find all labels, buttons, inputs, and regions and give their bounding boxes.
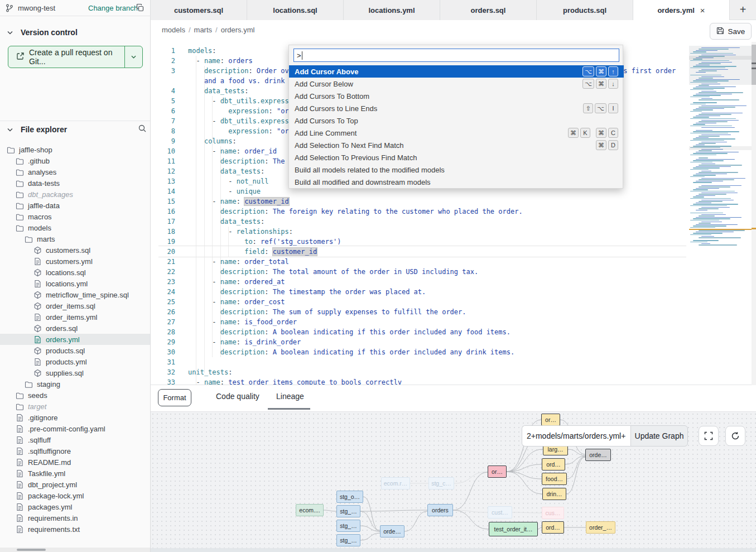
editor-vertical-scrollbar[interactable] [752, 42, 756, 385]
create-pr-button[interactable]: Create a pull request on Git... [8, 46, 143, 68]
tree-item-order-items.sql[interactable]: order_items.sql [0, 300, 150, 311]
lineage-node-or[interactable]: or… [541, 414, 560, 426]
code-line-25[interactable]: 25 - name: order_cost [151, 297, 753, 307]
code-line-15[interactable]: 15 - name: customer_id [151, 196, 753, 207]
scrollbar-thumb[interactable] [752, 45, 756, 85]
code-line-26[interactable]: 26 description: The sum of supply expens… [151, 307, 753, 317]
tree-item-jaffle-data[interactable]: jaffle-data [0, 200, 150, 211]
refresh-button[interactable] [725, 426, 745, 446]
tree-item-locations.sql[interactable]: locations.sql [0, 267, 150, 278]
code-line-28[interactable]: 28 description: A boolean indicating if … [151, 327, 753, 337]
code-line-27[interactable]: 27 - name: is_food_order [151, 317, 753, 327]
tree-item-products.sql[interactable]: products.sql [0, 345, 150, 356]
palette-item-add-selection-to-next-find-match[interactable]: Add Selection To Next Find Match⌘D [289, 139, 624, 151]
lineage-filter-input[interactable] [522, 425, 630, 447]
palette-item-build-all-modified-and-downstream-models[interactable]: Build all modified and downstream models [289, 176, 624, 188]
tree-item-orders.yml[interactable]: orders.yml [0, 334, 150, 345]
lineage-node-stg_[interactable]: stg_… [336, 534, 360, 546]
version-control-header[interactable]: Version control [7, 28, 78, 37]
lineage-node-or[interactable]: or… [488, 465, 507, 478]
lineage-node-ord[interactable]: ord… [542, 521, 564, 534]
tree-item-taskfile.yml[interactable]: Taskfile.yml [0, 468, 150, 479]
search-icon[interactable] [138, 124, 147, 135]
tab-products.sql[interactable]: products.sql [537, 0, 633, 20]
tree-item-products.yml[interactable]: products.yml [0, 356, 150, 367]
tab-customers.sql[interactable]: customers.sql [151, 0, 247, 20]
lineage-node-orders[interactable]: orders [427, 504, 453, 516]
code-line-18[interactable]: 18 - relationships: [151, 227, 753, 237]
scrollbar-thumb[interactable] [17, 549, 46, 551]
palette-item-add-cursors-to-bottom[interactable]: Add Cursors To Bottom [289, 90, 624, 102]
tree-item-readme.md[interactable]: README.md [0, 457, 150, 468]
tree-item-.sqlfluffignore[interactable]: .sqlfluffignore [0, 445, 150, 457]
tree-item-jaffle-shop[interactable]: jaffle-shop [0, 144, 150, 155]
tree-item-macros[interactable]: macros [0, 211, 150, 222]
lineage-node-drin[interactable]: drin… [542, 488, 566, 500]
tree-item-requirements.in[interactable]: requirements.in [0, 512, 150, 524]
code-line-24[interactable]: 24 description: The timestamp the order … [151, 287, 753, 297]
save-button[interactable]: Save [710, 23, 752, 40]
copy-icon[interactable] [136, 3, 145, 15]
tree-item-requirements.txt[interactable]: requirements.txt [0, 524, 150, 535]
lineage-node-order_[interactable]: order_… [586, 521, 615, 534]
tree-item-customers.sql[interactable]: customers.sql [0, 244, 150, 256]
code-line-23[interactable]: 23 - name: ordered_at [151, 277, 753, 287]
fullscreen-button[interactable] [699, 426, 719, 446]
lineage-node-stg_o[interactable]: stg_o… [336, 491, 363, 503]
lineage-node-ecom[interactable]: ecom.... [296, 504, 324, 516]
change-branch-link[interactable]: Change branch [88, 4, 138, 12]
code-line-31[interactable]: 31 [151, 357, 753, 367]
code-line-33[interactable]: 33 - name: test_order_items_compute_to_b… [151, 377, 753, 385]
lineage-node-stg_c[interactable]: stg_c… [428, 477, 454, 489]
lineage-node-stg_[interactable]: stg_… [336, 520, 360, 532]
tree-item-marts[interactable]: marts [0, 233, 150, 244]
lineage-node-food[interactable]: food… [542, 473, 567, 485]
tab-code-quality[interactable]: Code quality [216, 392, 259, 401]
palette-item-add-cursor-below[interactable]: Add Cursor Below⌥⌘↓ [289, 78, 624, 90]
tree-item-order-items.yml[interactable]: order_items.yml [0, 311, 150, 323]
tree-item-seeds[interactable]: seeds [0, 390, 150, 401]
palette-item-build-all-models-related-to-the-modified-models[interactable]: Build all models related to the modified… [289, 164, 624, 176]
lineage-node-orde[interactable]: orde… [585, 449, 611, 461]
tree-item-dbt-project.yml[interactable]: dbt_project.yml [0, 479, 150, 490]
palette-item-add-cursors-to-line-ends[interactable]: Add Cursors to Line Ends⇧⌥I [289, 102, 624, 114]
code-line-19[interactable]: 19 to: ref('stg_customers') [151, 237, 753, 247]
tree-item-package-lock.yml[interactable]: package-lock.yml [0, 490, 150, 501]
palette-item-add-cursors-to-top[interactable]: Add Cursors To Top [289, 114, 624, 127]
tree-item-.sqlfluff[interactable]: .sqlfluff [0, 434, 150, 445]
tab-lineage[interactable]: Lineage [276, 392, 304, 401]
tree-item-orders.sql[interactable]: orders.sql [0, 323, 150, 334]
update-graph-button[interactable]: Update Graph [630, 425, 688, 447]
breadcrumb-marts[interactable]: marts [194, 26, 213, 34]
tree-item-data-tests[interactable]: data-tests [0, 177, 150, 189]
tree-item-locations.yml[interactable]: locations.yml [0, 278, 150, 289]
code-line-17[interactable]: 17 data_tests: [151, 217, 753, 227]
tree-item-models[interactable]: models [0, 222, 150, 233]
tree-item-staging[interactable]: staging [0, 378, 150, 390]
lineage-node-cust[interactable]: cust… [488, 506, 512, 519]
format-button[interactable]: Format [158, 389, 191, 406]
file-explorer-header[interactable]: File explorer [7, 125, 67, 134]
new-tab-button[interactable]: + [730, 0, 756, 20]
code-line-20[interactable]: 20 field: customer_id [151, 247, 753, 257]
tree-item-.gitignore[interactable]: .gitignore [0, 412, 150, 423]
tree-item-packages.yml[interactable]: packages.yml [0, 501, 150, 512]
tree-item-supplies.sql[interactable]: supplies.sql [0, 367, 150, 378]
code-line-22[interactable]: 22 description: The total amount of the … [151, 267, 753, 277]
tab-orders.sql[interactable]: orders.sql [440, 0, 537, 20]
command-palette-input[interactable]: > [293, 49, 619, 62]
lineage-node-test_order_it[interactable]: test_order_it… [489, 522, 538, 536]
code-line-30[interactable]: 30 description: A boolean indicating if … [151, 347, 753, 357]
code-line-29[interactable]: 29 - name: is_drink_order [151, 337, 753, 347]
tree-item-target[interactable]: target [0, 401, 150, 412]
tree-item-analyses[interactable]: analyses [0, 166, 150, 177]
tree-item-metricflow-time-spine.sql[interactable]: metricflow_time_spine.sql [0, 289, 150, 300]
lineage-node-cus[interactable]: cus… [542, 507, 564, 519]
code-line-16[interactable]: 16 description: The foreign key relating… [151, 207, 753, 217]
code-line-32[interactable]: 32unit_tests: [151, 367, 753, 377]
lineage-node-stg_[interactable]: stg_… [336, 505, 360, 517]
tab-orders.yml[interactable]: orders.yml× [633, 0, 730, 20]
tree-item-.github[interactable]: .github [0, 155, 150, 166]
close-icon[interactable]: × [700, 6, 705, 15]
tab-locations.yml[interactable]: locations.yml [344, 0, 440, 20]
